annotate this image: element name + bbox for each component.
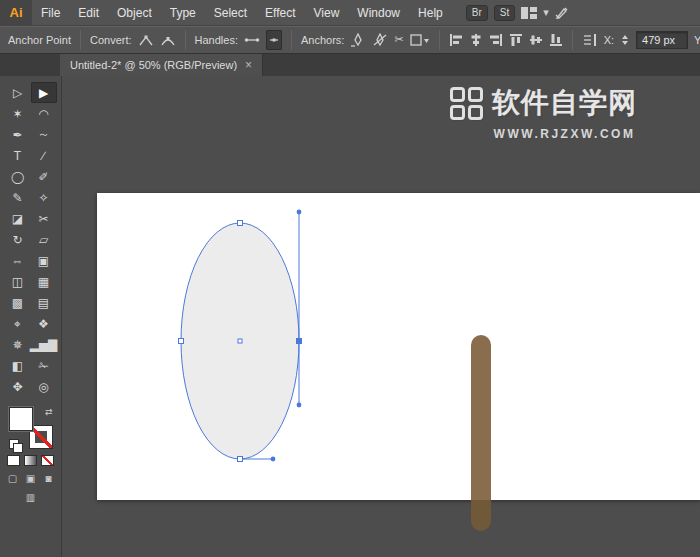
symbol-sprayer-tool[interactable]: ✵ [5,334,31,355]
menu-select[interactable]: Select [205,0,256,25]
free-transform-tool[interactable]: ▣ [31,250,57,271]
remove-anchor-icon[interactable] [350,30,366,50]
rotate-tool[interactable]: ↻ [5,229,31,250]
toolbar-tools: ▷▶✶◠✒～T∕◯✐✎✧◪✂↻▱⇔▣◫▦▩▤⌖❖✵▂▅▇◧✁✥◎ [0,82,61,397]
center-point[interactable] [238,339,242,343]
hand-tool[interactable]: ✥ [5,376,31,397]
align-vertical-bottom-icon[interactable] [549,30,563,50]
magic-wand-tool[interactable]: ✶ [5,103,31,124]
gpu-performance-icon[interactable] [555,6,569,20]
separator [291,30,292,50]
perspective-grid-tool[interactable]: ▦ [31,271,57,292]
slice-tool[interactable]: ✁ [31,355,57,376]
shape-builder-tool[interactable]: ◫ [5,271,31,292]
color-button[interactable] [7,455,20,466]
blend-tool[interactable]: ❖ [31,313,57,334]
menu-view[interactable]: View [305,0,349,25]
align-horizontal-right-icon[interactable] [489,30,503,50]
anchor-bottom[interactable] [238,457,243,462]
eyedropper-tool[interactable]: ⌖ [5,313,31,334]
none-button[interactable] [41,455,54,466]
close-tab-icon[interactable]: × [245,59,252,71]
artboard-tool[interactable]: ◧ [5,355,31,376]
separator [439,30,440,50]
selection-tool[interactable]: ▷ [5,82,31,103]
draw-behind-icon[interactable]: ▣ [24,472,38,485]
direct-selection-tool[interactable]: ▶ [31,82,57,103]
draw-inside-icon[interactable]: ◙ [42,472,56,485]
stroke-none-slash [30,426,52,448]
align-horizontal-left-icon[interactable] [449,30,463,50]
default-fill-stroke-icon[interactable] [9,439,19,449]
swap-fill-stroke-icon[interactable]: ⇄ [45,407,53,417]
corner-widget-icon[interactable] [410,30,430,50]
scissors-tool[interactable]: ✂ [31,208,57,229]
fill-stroke-widget: ⇄ [9,407,53,449]
canvas-area[interactable]: 软件自学网 WWW.RJZXW.COM [62,76,700,557]
x-value-field[interactable]: 479 px [636,31,688,49]
paintbrush-tool[interactable]: ✐ [31,166,57,187]
show-handles-icon[interactable] [244,30,260,50]
document-tab[interactable]: Untitled-2* @ 50% (RGB/Preview) × [60,54,263,76]
anchor-right-selected[interactable] [297,339,302,344]
separator [185,30,186,50]
control-bar-title: Anchor Point [8,34,71,46]
menu-file[interactable]: File [32,0,69,25]
menubar-right-cluster: Br St ▾ [466,5,569,21]
bridge-button[interactable]: Br [466,5,488,21]
align-vertical-top-icon[interactable] [509,30,523,50]
pencil-tool[interactable]: ✎ [5,187,31,208]
gradient-button[interactable] [24,455,37,466]
convert-to-corner-icon[interactable] [138,30,154,50]
gradient-tool[interactable]: ▤ [31,292,57,313]
menu-bar: Ai FileEditObjectTypeSelectEffectViewWin… [0,0,700,26]
lasso-tool[interactable]: ◠ [31,103,57,124]
align-horizontal-center-icon[interactable] [469,30,483,50]
handles-label: Handles: [195,34,238,46]
stock-button[interactable]: St [494,5,515,21]
workspace-switcher-icon[interactable] [521,7,537,19]
fill-swatch[interactable] [9,407,33,431]
eraser-tool[interactable]: ◪ [5,208,31,229]
cut-path-icon[interactable]: ✂ [394,30,403,50]
connect-anchors-icon[interactable] [372,30,388,50]
menu-effect[interactable]: Effect [256,0,304,25]
watermark-logo-icon [450,87,483,120]
type-tool[interactable]: T [5,145,31,166]
shaper-tool[interactable]: ✧ [31,187,57,208]
handle-dot-top[interactable] [297,210,302,215]
chevron-down-icon[interactable]: ▾ [543,6,549,19]
watermark-url: WWW.RJZXW.COM [492,127,637,141]
menu-type[interactable]: Type [161,0,205,25]
screen-mode-button[interactable]: ▥ [24,491,38,504]
column-graph-tool[interactable]: ▂▅▇ [31,334,57,355]
pen-tool[interactable]: ✒ [5,124,31,145]
mesh-tool[interactable]: ▩ [5,292,31,313]
menu-edit[interactable]: Edit [69,0,108,25]
zoom-tool[interactable]: ◎ [31,376,57,397]
width-tool[interactable]: ⇔ [5,250,31,271]
convert-to-smooth-icon[interactable] [160,30,176,50]
menu-window[interactable]: Window [348,0,409,25]
drawing-mode-row: ▢ ▣ ◙ [0,472,61,485]
handle-dot-bottom[interactable] [297,403,302,408]
handle-dot-right[interactable] [271,457,276,462]
curvature-tool[interactable]: ～ [31,124,57,145]
anchor-left[interactable] [179,339,184,344]
distribute-spacing-icon[interactable] [582,30,598,50]
anchors-label: Anchors: [301,34,344,46]
menu-help[interactable]: Help [409,0,452,25]
document-tab-bar: Untitled-2* @ 50% (RGB/Preview) × [0,54,700,76]
ellipse-tool[interactable]: ◯ [5,166,31,187]
x-stepper[interactable] [622,35,628,45]
scale-tool[interactable]: ▱ [31,229,57,250]
separator [572,30,573,50]
draw-normal-icon[interactable]: ▢ [6,472,20,485]
anchor-top[interactable] [238,221,243,226]
menu-object[interactable]: Object [108,0,161,25]
watermark: 软件自学网 WWW.RJZXW.COM [450,84,637,141]
align-vertical-center-icon[interactable] [529,30,543,50]
color-mode-row [0,455,61,466]
line-segment-tool[interactable]: ∕ [31,145,57,166]
hide-handles-icon[interactable] [266,30,282,50]
